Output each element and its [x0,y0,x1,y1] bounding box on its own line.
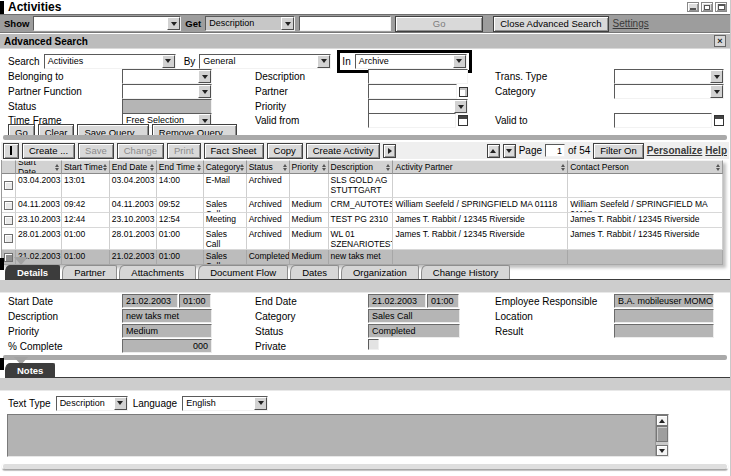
filter-on-button[interactable]: Filter On [593,143,643,159]
sort-icon[interactable] [55,164,59,171]
detail-status-value[interactable]: Completed [368,324,460,338]
detail-priority-value[interactable]: Medium [122,324,212,338]
partner-input[interactable] [368,84,457,99]
row-selector[interactable] [2,174,16,198]
belonging-to-select[interactable] [122,69,212,84]
table-row[interactable]: 21.02.200301:0021.02.200301:00Sales Call… [2,250,723,265]
partner-function-select[interactable] [122,84,212,99]
chevron-down-icon[interactable] [317,55,330,68]
restore-icon[interactable] [701,2,713,12]
sort-icon[interactable] [103,164,107,171]
private-checkbox[interactable] [368,339,379,350]
column-header-category[interactable]: Category [204,160,247,174]
calendar-icon[interactable] [458,115,468,126]
table-row[interactable]: 28.01.200301:0028.01.200301:00Sales Call… [2,228,723,250]
table-row[interactable]: 03.04.200313:0103.04.200314:00E-MailArch… [2,174,723,198]
row-selector[interactable] [2,213,16,228]
trans-type-select[interactable] [614,69,724,84]
column-header-end-date[interactable]: End Date [110,160,157,174]
get-select[interactable]: Description [205,16,295,31]
table-button-create[interactable]: Create ... [22,143,75,159]
chevron-down-icon[interactable] [198,85,211,98]
detail-category-value[interactable]: Sales Call [368,309,460,323]
start-date-value[interactable]: 21.02.2003 [122,294,178,308]
maximize-icon[interactable] [715,2,727,12]
sort-icon[interactable] [561,164,565,171]
chevron-down-icon[interactable] [710,70,723,83]
start-time-value[interactable]: 01:00 [179,294,211,308]
sort-icon[interactable] [197,164,201,171]
text-type-select[interactable]: Description [56,396,128,411]
table-button-copy[interactable]: Copy [267,143,303,159]
chevron-down-icon[interactable] [114,397,127,410]
detail-description-value[interactable]: new taks met [122,309,212,323]
description-input[interactable] [368,69,468,84]
close-icon[interactable]: × [714,35,726,47]
language-select[interactable]: English [182,396,268,411]
page-number-input[interactable] [545,144,565,157]
scrollbar-thumb[interactable] [656,426,668,442]
employee-responsible-value[interactable]: B.A. mobileuser MOMO [614,294,714,308]
page-up-icon[interactable] [487,144,500,158]
chevron-down-icon[interactable] [710,85,723,98]
personalize-link[interactable]: Personalize [647,145,703,156]
minimize-icon[interactable] [687,2,699,12]
table-button-create-activity[interactable]: Create Activity [306,143,381,159]
end-date-value[interactable]: 21.02.2003 [368,294,426,308]
priority-select[interactable] [368,99,468,114]
value-help-icon[interactable] [459,87,468,97]
notes-scrollbar[interactable] [655,415,668,456]
sort-icon[interactable] [716,164,720,171]
tab-notes[interactable]: Notes [5,363,55,377]
valid-from-input[interactable] [368,113,456,128]
scroll-down-icon[interactable] [656,445,668,456]
tab-attachments[interactable]: Attachments [119,265,196,279]
result-value[interactable] [614,324,714,338]
table-row[interactable]: 23.10.200312:4423.10.200312:54MeetingArc… [2,213,723,228]
tab-change-history[interactable]: Change History [421,265,510,279]
column-header-priority[interactable]: Priority [290,160,329,174]
chevron-down-icon[interactable] [198,70,211,83]
tab-details[interactable]: Details [5,265,60,279]
sort-icon[interactable] [150,164,154,171]
table-row[interactable]: 04.11.200309:4204.11.200309:52Sales Call… [2,198,723,213]
location-value[interactable] [614,309,714,323]
chevron-down-icon[interactable] [254,397,267,410]
more-buttons-arrow[interactable] [383,144,396,158]
sort-icon[interactable] [322,164,326,171]
tab-partner[interactable]: Partner [62,265,117,279]
column-header-status[interactable]: Status [247,160,290,174]
chevron-down-icon[interactable] [167,17,180,30]
column-header-description[interactable]: Description [329,160,394,174]
select-all-header[interactable] [2,160,16,174]
pct-complete-value[interactable]: 000 [122,339,212,353]
scroll-up-icon[interactable] [656,415,668,426]
table-button-fact-sheet[interactable]: Fact Sheet [204,143,264,159]
chevron-down-icon[interactable] [453,55,466,68]
calendar-icon[interactable] [714,115,724,126]
sort-icon[interactable] [283,164,287,171]
column-header-start-time[interactable]: Start Time [62,160,110,174]
notes-textarea[interactable] [7,414,669,457]
page-down-icon[interactable] [503,144,516,158]
sort-icon[interactable] [240,164,244,171]
valid-to-input[interactable] [614,113,712,128]
search-select[interactable]: Activities [44,54,176,69]
help-link[interactable]: Help [705,145,727,156]
show-select[interactable] [33,16,181,31]
settings-link[interactable]: Settings [613,18,649,29]
end-time-value[interactable]: 01:00 [427,294,459,308]
sort-icon[interactable] [386,164,390,171]
in-select[interactable]: Archive [355,54,467,69]
tab-dates[interactable]: Dates [290,265,339,279]
chevron-down-icon[interactable] [454,100,467,113]
by-select[interactable]: General [199,54,331,69]
chevron-down-icon[interactable] [162,55,175,68]
column-header-activity-partner[interactable]: Activity Partner [393,160,568,174]
column-header-start-date[interactable]: Start Date [16,160,62,174]
table-menu-button[interactable] [3,143,19,159]
category-select[interactable] [614,84,724,99]
go-button[interactable]: Go [395,16,483,32]
close-advanced-search-button[interactable]: Close Advanced Search [493,16,608,32]
tab-document-flow[interactable]: Document Flow [198,265,288,279]
